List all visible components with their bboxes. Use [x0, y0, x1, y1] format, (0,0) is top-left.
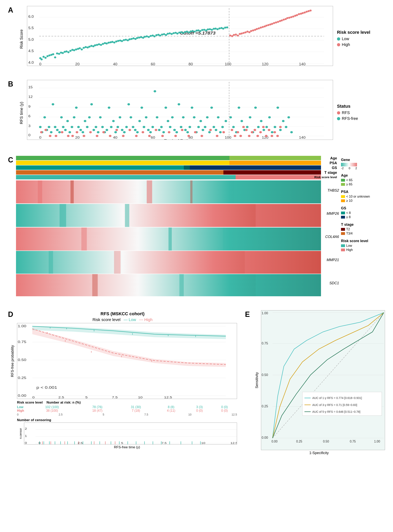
svg-text:140: 140: [299, 62, 306, 66]
svg-point-219: [121, 129, 123, 131]
svg-point-307: [257, 126, 260, 128]
svg-point-90: [176, 33, 178, 34]
svg-point-288: [168, 131, 170, 133]
svg-point-317: [285, 126, 287, 128]
svg-point-222: [128, 103, 130, 105]
svg-point-189: [56, 129, 59, 131]
svg-point-139: [271, 23, 273, 25]
heatmap-gs-row: [16, 165, 321, 170]
svg-point-269: [49, 135, 51, 137]
svg-point-78: [153, 35, 156, 37]
risk-table: Risk score level Number at risk: n (%) L…: [17, 401, 237, 416]
svg-point-310: [265, 126, 268, 128]
svg-text:2.5: 2.5: [78, 442, 83, 444]
svg-point-133: [260, 27, 262, 29]
svg-point-212: [106, 129, 108, 131]
legend-high-label: High: [342, 42, 350, 47]
svg-point-201: [82, 131, 84, 133]
svg-point-87: [171, 33, 173, 35]
svg-text:p < 0.001: p < 0.001: [36, 386, 57, 390]
risk-low-5: 0 (0): [212, 405, 237, 409]
panel-b-legend-title: Status: [337, 104, 381, 109]
svg-point-104: [203, 29, 205, 31]
svg-point-275: [83, 135, 85, 137]
legend-low-label: Low: [342, 37, 349, 41]
svg-point-57: [113, 42, 115, 43]
svg-point-248: [184, 129, 187, 131]
svg-point-88: [173, 32, 175, 34]
low-dot: [337, 37, 340, 41]
svg-point-120: [235, 34, 237, 36]
svg-point-192: [62, 126, 65, 128]
svg-point-134: [262, 26, 264, 28]
svg-point-234: [154, 90, 156, 92]
svg-point-127: [248, 31, 251, 33]
svg-rect-343: [234, 180, 321, 204]
svg-point-287: [161, 135, 164, 137]
svg-point-199: [77, 126, 80, 128]
svg-text:0.75: 0.75: [262, 341, 268, 345]
panel-b-ylabel: RFS time (y): [19, 102, 24, 124]
svg-point-66: [130, 38, 133, 40]
svg-point-296: [222, 131, 225, 133]
risk-low-0: 102 (100): [26, 405, 78, 409]
heatmap-main: THBS2 MMP26 COL4A6 MMP21 SDC1: [16, 180, 321, 296]
svg-point-75: [147, 36, 150, 38]
svg-point-333: [268, 129, 270, 131]
svg-point-124: [242, 32, 245, 34]
svg-point-22: [46, 55, 49, 57]
svg-point-238: [162, 131, 165, 133]
svg-point-300: [238, 106, 240, 109]
svg-point-278: [102, 131, 105, 133]
svg-point-313: [274, 126, 276, 128]
svg-point-265: [221, 126, 224, 128]
svg-point-325: [245, 129, 248, 131]
panel-c: C Age PSA: [8, 156, 385, 296]
svg-point-144: [281, 19, 283, 22]
svg-point-108: [211, 29, 213, 31]
svg-point-67: [133, 37, 135, 39]
risk-low-3: 8 (8): [155, 405, 187, 409]
svg-point-239: [165, 106, 167, 109]
svg-point-132: [258, 27, 260, 29]
svg-point-309: [263, 129, 265, 131]
svg-text:6: 6: [28, 114, 30, 118]
svg-point-263: [217, 116, 219, 119]
panel-e-xlabel: 1-Specificity: [253, 451, 385, 455]
svg-point-229: [142, 126, 145, 128]
svg-point-214: [110, 126, 113, 128]
svg-point-312: [271, 131, 273, 133]
svg-point-131: [256, 28, 258, 30]
svg-point-185: [48, 126, 50, 128]
svg-point-45: [90, 45, 92, 47]
svg-point-218: [119, 116, 121, 119]
svg-point-227: [138, 120, 141, 122]
svg-point-41: [83, 47, 85, 49]
svg-point-149: [290, 16, 292, 18]
svg-point-207: [95, 126, 97, 128]
svg-text:0.25: 0.25: [296, 440, 302, 443]
svg-point-195: [69, 131, 71, 133]
svg-text:40: 40: [113, 136, 117, 139]
panel-e-label: E: [245, 310, 250, 319]
svg-point-328: [254, 129, 256, 131]
panel-b-low-dots: [39, 90, 227, 133]
svg-point-282: [128, 129, 131, 131]
svg-point-39: [79, 47, 81, 49]
svg-point-236: [158, 129, 161, 131]
svg-point-23: [48, 54, 51, 56]
svg-point-136: [265, 24, 268, 27]
svg-rect-434: [261, 311, 385, 439]
svg-point-48: [96, 44, 98, 46]
svg-point-261: [213, 126, 215, 128]
svg-point-235: [156, 116, 158, 119]
svg-text:0.50: 0.50: [323, 440, 329, 443]
svg-point-213: [108, 106, 110, 109]
svg-text:0.00: 0.00: [18, 394, 26, 397]
svg-point-65: [128, 38, 131, 40]
rfs-free-dot: [337, 117, 340, 120]
svg-point-322: [237, 131, 239, 133]
svg-point-270: [55, 135, 57, 137]
svg-point-147: [286, 17, 289, 19]
svg-point-205: [90, 103, 93, 105]
